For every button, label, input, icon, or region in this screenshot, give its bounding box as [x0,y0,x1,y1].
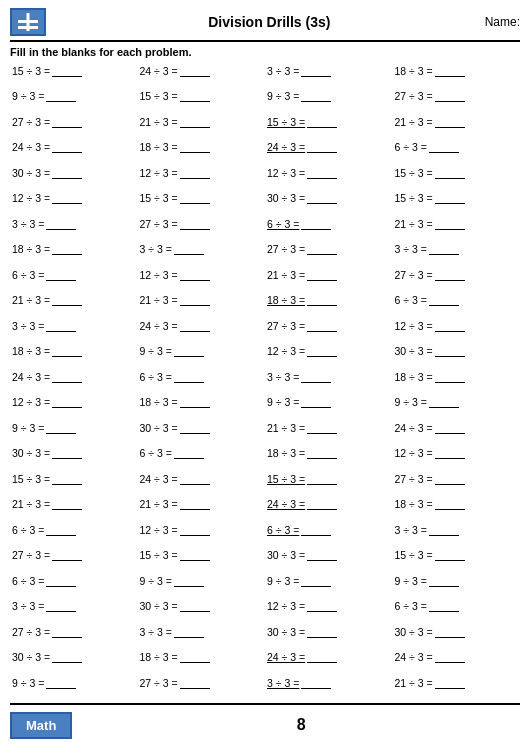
answer-blank[interactable] [435,549,465,561]
answer-blank[interactable] [435,422,465,434]
answer-blank[interactable] [52,345,82,357]
answer-blank[interactable] [52,473,82,485]
answer-blank[interactable] [52,294,82,306]
answer-blank[interactable] [435,116,465,128]
answer-blank[interactable] [52,651,82,663]
answer-blank[interactable] [435,651,465,663]
answer-blank[interactable] [429,294,459,306]
answer-blank[interactable] [174,243,204,255]
answer-blank[interactable] [301,677,331,689]
answer-blank[interactable] [435,447,465,459]
answer-blank[interactable] [52,243,82,255]
answer-blank[interactable] [46,575,76,587]
answer-blank[interactable] [307,498,337,510]
answer-blank[interactable] [180,65,210,77]
answer-blank[interactable] [180,677,210,689]
answer-blank[interactable] [46,677,76,689]
answer-blank[interactable] [429,600,459,612]
answer-blank[interactable] [52,116,82,128]
answer-blank[interactable] [429,396,459,408]
answer-blank[interactable] [307,600,337,612]
answer-blank[interactable] [307,422,337,434]
answer-blank[interactable] [301,371,331,383]
answer-blank[interactable] [435,371,465,383]
answer-blank[interactable] [52,549,82,561]
answer-blank[interactable] [180,90,210,102]
answer-blank[interactable] [435,320,465,332]
answer-blank[interactable] [307,320,337,332]
answer-blank[interactable] [435,677,465,689]
answer-blank[interactable] [46,90,76,102]
answer-blank[interactable] [307,473,337,485]
answer-blank[interactable] [429,575,459,587]
answer-blank[interactable] [180,651,210,663]
answer-blank[interactable] [429,524,459,536]
answer-blank[interactable] [435,345,465,357]
answer-blank[interactable] [52,192,82,204]
answer-blank[interactable] [435,473,465,485]
answer-blank[interactable] [46,269,76,281]
answer-blank[interactable] [46,524,76,536]
answer-blank[interactable] [46,422,76,434]
answer-blank[interactable] [307,651,337,663]
answer-blank[interactable] [435,269,465,281]
answer-blank[interactable] [174,447,204,459]
answer-blank[interactable] [180,218,210,230]
answer-blank[interactable] [180,192,210,204]
answer-blank[interactable] [46,320,76,332]
answer-blank[interactable] [301,218,331,230]
answer-blank[interactable] [180,498,210,510]
answer-blank[interactable] [435,167,465,179]
answer-blank[interactable] [307,116,337,128]
answer-blank[interactable] [180,116,210,128]
answer-blank[interactable] [435,498,465,510]
answer-blank[interactable] [180,396,210,408]
answer-blank[interactable] [307,243,337,255]
answer-blank[interactable] [429,243,459,255]
answer-blank[interactable] [301,575,331,587]
answer-blank[interactable] [307,269,337,281]
answer-blank[interactable] [435,90,465,102]
answer-blank[interactable] [174,345,204,357]
answer-blank[interactable] [52,167,82,179]
answer-blank[interactable] [180,524,210,536]
answer-blank[interactable] [52,626,82,638]
answer-blank[interactable] [180,269,210,281]
answer-blank[interactable] [52,141,82,153]
answer-blank[interactable] [180,473,210,485]
answer-blank[interactable] [46,600,76,612]
answer-blank[interactable] [435,218,465,230]
answer-blank[interactable] [174,626,204,638]
answer-blank[interactable] [174,371,204,383]
answer-blank[interactable] [174,575,204,587]
answer-blank[interactable] [307,192,337,204]
answer-blank[interactable] [307,167,337,179]
answer-blank[interactable] [307,141,337,153]
answer-blank[interactable] [52,371,82,383]
answer-blank[interactable] [307,447,337,459]
answer-blank[interactable] [52,447,82,459]
answer-blank[interactable] [180,320,210,332]
answer-blank[interactable] [307,345,337,357]
answer-blank[interactable] [307,549,337,561]
answer-blank[interactable] [52,498,82,510]
answer-blank[interactable] [52,396,82,408]
answer-blank[interactable] [180,294,210,306]
answer-blank[interactable] [301,396,331,408]
answer-blank[interactable] [180,600,210,612]
answer-blank[interactable] [435,192,465,204]
answer-blank[interactable] [180,167,210,179]
answer-blank[interactable] [46,218,76,230]
answer-blank[interactable] [52,65,82,77]
answer-blank[interactable] [307,626,337,638]
answer-blank[interactable] [180,549,210,561]
answer-blank[interactable] [435,65,465,77]
answer-blank[interactable] [301,524,331,536]
answer-blank[interactable] [435,626,465,638]
answer-blank[interactable] [307,294,337,306]
answer-blank[interactable] [180,141,210,153]
answer-blank[interactable] [301,90,331,102]
answer-blank[interactable] [429,141,459,153]
answer-blank[interactable] [301,65,331,77]
answer-blank[interactable] [180,422,210,434]
